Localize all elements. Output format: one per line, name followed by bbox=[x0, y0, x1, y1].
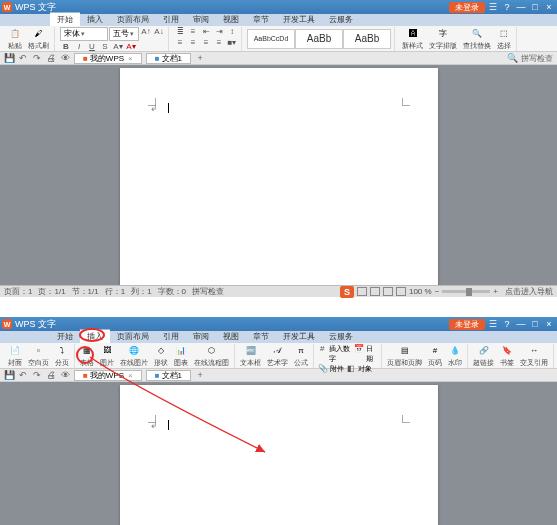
formula-button[interactable]: π公式 bbox=[292, 344, 310, 368]
obj-icon[interactable]: ◧ bbox=[345, 364, 357, 374]
shrink-font-icon[interactable]: A↓ bbox=[153, 27, 165, 37]
blank-page-button[interactable]: ▫空白页 bbox=[26, 344, 51, 368]
page-break-button[interactable]: ⤵分页 bbox=[53, 344, 71, 368]
format-painter-button[interactable]: 🖌 格式刷 bbox=[26, 27, 51, 51]
grow-font-icon[interactable]: A↑ bbox=[140, 27, 152, 37]
justify-icon[interactable]: ≡ bbox=[213, 38, 225, 48]
flow-chart-button[interactable]: ⬡在线流程图 bbox=[192, 344, 231, 368]
strike-button[interactable]: S bbox=[99, 42, 111, 52]
tab-references[interactable]: 引用 bbox=[156, 13, 186, 26]
tab-home[interactable]: 开始 bbox=[50, 12, 80, 26]
cover-button[interactable]: 📄封面 bbox=[6, 344, 24, 368]
find-replace-button[interactable]: 🔍查找替换 bbox=[461, 27, 493, 51]
document-viewport[interactable]: ↲ bbox=[0, 382, 557, 525]
cross-ref-button[interactable]: ↔交叉引用 bbox=[518, 344, 550, 368]
page-num-button[interactable]: #页码 bbox=[426, 344, 444, 368]
maximize-button[interactable]: □ bbox=[529, 2, 541, 12]
minimize-button[interactable]: — bbox=[515, 2, 527, 12]
nav-hint[interactable]: 点击进入导航 bbox=[505, 286, 553, 297]
tab-section[interactable]: 章节 bbox=[246, 13, 276, 26]
tab-cloud[interactable]: 云服务 bbox=[322, 330, 360, 343]
text-tools-button[interactable]: 字文字排版 bbox=[427, 27, 459, 51]
tab-view[interactable]: 视图 bbox=[216, 330, 246, 343]
table-button[interactable]: ▦表格 bbox=[78, 344, 96, 368]
select-button[interactable]: ⬚选择 bbox=[495, 27, 513, 51]
settings-icon[interactable]: ☰ bbox=[487, 319, 499, 329]
help-icon[interactable]: ? bbox=[501, 319, 513, 329]
preview-icon[interactable]: 👁 bbox=[60, 370, 70, 380]
search-icon[interactable]: 🔍 bbox=[507, 53, 517, 63]
indent-inc-icon[interactable]: ⇥ bbox=[213, 27, 225, 37]
tab-section[interactable]: 章节 bbox=[246, 330, 276, 343]
minimize-button[interactable]: — bbox=[515, 319, 527, 329]
zoom-slider[interactable] bbox=[442, 290, 490, 293]
document-page[interactable]: ↲ bbox=[120, 385, 438, 525]
new-tab-icon[interactable]: + bbox=[195, 370, 205, 380]
highlight-button[interactable]: A▾ bbox=[112, 42, 124, 52]
line-spacing-icon[interactable]: ↕ bbox=[226, 27, 238, 37]
attach-icon[interactable]: 📎 bbox=[317, 364, 329, 374]
chart-button[interactable]: 📊图表 bbox=[172, 344, 190, 368]
doc-tab-doc1[interactable]: ■文档1 bbox=[146, 370, 191, 381]
art-text-button[interactable]: 𝒜艺术字 bbox=[265, 344, 290, 368]
italic-button[interactable]: I bbox=[73, 42, 85, 52]
settings-icon[interactable]: ☰ bbox=[487, 2, 499, 12]
picture-button[interactable]: 🖼图片 bbox=[98, 344, 116, 368]
tab-cloud[interactable]: 云服务 bbox=[322, 13, 360, 26]
tab-page-layout[interactable]: 页面布局 bbox=[110, 13, 156, 26]
tab-insert[interactable]: 插入 bbox=[80, 13, 110, 26]
header-footer-button[interactable]: ▤页眉和页脚 bbox=[385, 344, 424, 368]
align-right-icon[interactable]: ≡ bbox=[200, 38, 212, 48]
paste-button[interactable]: 📋 粘贴 bbox=[6, 27, 24, 51]
style-normal[interactable]: AaBbCcDd bbox=[247, 29, 295, 49]
document-viewport[interactable]: ↲ bbox=[0, 65, 557, 285]
bold-button[interactable]: B bbox=[60, 42, 72, 52]
font-size-combo[interactable]: 五号▾ bbox=[109, 27, 139, 41]
zoom-level[interactable]: 100 % bbox=[409, 287, 432, 296]
close-button[interactable]: × bbox=[543, 319, 555, 329]
tab-references[interactable]: 引用 bbox=[156, 330, 186, 343]
redo-icon[interactable]: ↷ bbox=[32, 370, 42, 380]
user-badge[interactable]: 未登录 bbox=[449, 2, 485, 13]
textbox-button[interactable]: 🔤文本框 bbox=[238, 344, 263, 368]
font-color-button[interactable]: A▾ bbox=[125, 42, 137, 52]
save-icon[interactable]: 💾 bbox=[4, 370, 14, 380]
close-button[interactable]: × bbox=[543, 2, 555, 12]
hyperlink-button[interactable]: 🔗超链接 bbox=[471, 344, 496, 368]
tab-review[interactable]: 审阅 bbox=[186, 330, 216, 343]
zoom-in-icon[interactable]: + bbox=[493, 287, 498, 296]
bullet-list-icon[interactable]: ≣ bbox=[174, 27, 186, 37]
date-icon[interactable]: 📅 bbox=[354, 344, 365, 354]
tab-view[interactable]: 视图 bbox=[216, 13, 246, 26]
style-heading1[interactable]: AaBb bbox=[295, 29, 343, 49]
document-page[interactable]: ↲ bbox=[120, 68, 438, 285]
print-icon[interactable]: 🖨 bbox=[46, 53, 56, 63]
sogou-icon[interactable]: S bbox=[340, 286, 354, 298]
zoom-out-icon[interactable]: − bbox=[435, 287, 440, 296]
view-mode-icon[interactable] bbox=[396, 287, 406, 296]
undo-icon[interactable]: ↶ bbox=[18, 370, 28, 380]
underline-button[interactable]: U bbox=[86, 42, 98, 52]
tab-developer[interactable]: 开发工具 bbox=[276, 13, 322, 26]
new-style-button[interactable]: 🅰新样式 bbox=[400, 27, 425, 51]
online-picture-button[interactable]: 🌐在线图片 bbox=[118, 344, 150, 368]
undo-icon[interactable]: ↶ bbox=[18, 53, 28, 63]
preview-icon[interactable]: 👁 bbox=[60, 53, 70, 63]
indent-dec-icon[interactable]: ⇤ bbox=[200, 27, 212, 37]
view-mode-icon[interactable] bbox=[357, 287, 367, 296]
shading-icon[interactable]: ■▾ bbox=[226, 38, 238, 48]
align-center-icon[interactable]: ≡ bbox=[187, 38, 199, 48]
view-mode-icon[interactable] bbox=[383, 287, 393, 296]
doc-tab-mywps[interactable]: ■我的WPS× bbox=[74, 370, 142, 381]
shapes-button[interactable]: ◇形状 bbox=[152, 344, 170, 368]
save-icon[interactable]: 💾 bbox=[4, 53, 14, 63]
new-tab-icon[interactable]: + bbox=[195, 53, 205, 63]
tab-home[interactable]: 开始 bbox=[50, 330, 80, 343]
view-mode-icon[interactable] bbox=[370, 287, 380, 296]
doc-tab-doc1[interactable]: ■文档1 bbox=[146, 53, 191, 64]
tab-page-layout[interactable]: 页面布局 bbox=[110, 330, 156, 343]
tab-developer[interactable]: 开发工具 bbox=[276, 330, 322, 343]
maximize-button[interactable]: □ bbox=[529, 319, 541, 329]
print-icon[interactable]: 🖨 bbox=[46, 370, 56, 380]
watermark-button[interactable]: 💧水印 bbox=[446, 344, 464, 368]
